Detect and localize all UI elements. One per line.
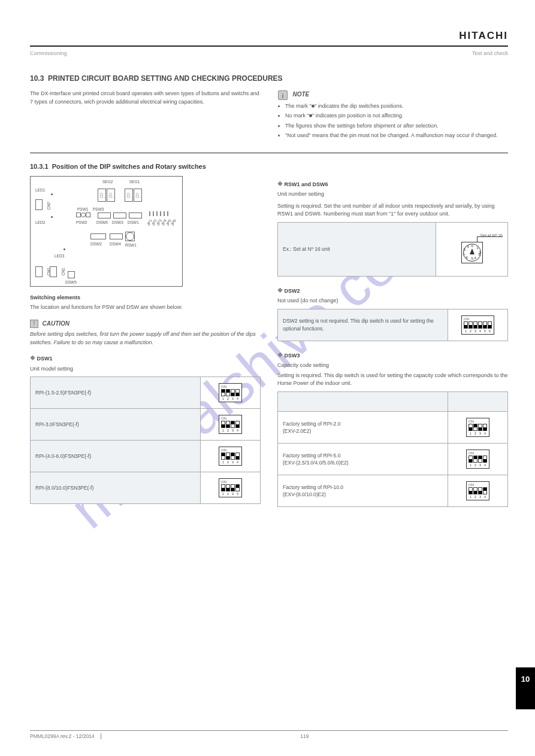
rotary-switch-icon: 0 1 2 3 4 5 6 7 8 9 (461, 242, 483, 263)
dsw2-table: DSW2 setting is not required. This dip s… (277, 309, 508, 341)
pcb-rsw1-label: RSW1 (125, 242, 137, 248)
pcb-seg1-display (125, 189, 142, 202)
pcb-dsw5 (68, 271, 75, 278)
dsw3-row-dip: ON 1 2 3 4 (448, 412, 508, 444)
table-row: Factory setting of RPI-10.0 (EXV-(8.0/10… (278, 475, 508, 507)
table-row: Ex.: Set at Nº 16 unit Set at Nº 16 0 (278, 222, 508, 276)
dsw3-table: Factory setting of RPI-2.0 (EXV-2.0E2) O… (277, 391, 508, 508)
dsw2-block: DSW2 Not used (do not change) DSW2 setti… (277, 287, 508, 341)
dsw3-row-dip: ON 1 2 3 4 (448, 475, 508, 507)
pcb-psw-buttons (76, 212, 90, 220)
diamond-icon (277, 353, 283, 358)
header-left: Commissioning (30, 50, 67, 56)
rsw1-subtitle: Unit number setting (277, 190, 508, 199)
pcb-cn2 (35, 266, 43, 277)
dsw3-text: Setting is required. This dip switch is … (277, 372, 508, 388)
subsection-title: 10.3.1 Position of the DIP switches and … (30, 163, 508, 170)
note-line: No mark "■" indicates pin position is no… (285, 112, 508, 120)
left-column: SEG2 SEG1 LED1 CN7 LED2 PSW1 PSW3 (30, 176, 261, 508)
dsw2-subtitle: Not used (do not change) (277, 297, 508, 305)
brand-logo: HITACHI (30, 30, 508, 42)
section-title: 10.3 PRINTED CIRCUIT BOARD SETTING AND C… (30, 74, 508, 83)
dsw3-header-blank2 (448, 391, 508, 412)
pcb-cn7-label: CN7 (46, 202, 52, 210)
dsw3-header-blank (278, 391, 448, 412)
dsw1-row-label: RPI-(8.0/10.0)FSN3PE(-f) (31, 472, 201, 504)
dsw1-row-dip: ON 1 2 3 4 (201, 441, 261, 472)
pcb-led3-label: LED3 (55, 253, 64, 259)
note-label: NOTE (293, 91, 310, 98)
table-row: RPI-3.0FSN3PE(-f) ON 1 2 3 4 (31, 409, 261, 441)
dsw3-row-label: Factory setting of RPI-10.0 (EXV-(8.0/10… (278, 475, 448, 507)
subsection-heading: Position of the DIP switches and Rotary … (52, 163, 206, 170)
note-line: "Not used" means that the pin must not b… (285, 132, 508, 140)
svg-rect-1 (277, 181, 282, 186)
note-icon: i (278, 90, 288, 100)
diamond-icon (30, 356, 35, 361)
pcb-dsw4-label: DSW4 (110, 241, 121, 247)
pcb-led1-label: LED1 (35, 187, 45, 193)
section-heading: PRINTED CIRCUIT BOARD SETTING AND CHECKI… (48, 74, 283, 83)
dsw1-row-dip: ON 1 2 3 4 (201, 409, 261, 441)
pcb-dsw1 (129, 212, 142, 218)
note-line: The figures show the settings before shi… (285, 122, 508, 130)
table-row: RPI-(1.5-2.5)FSN3PE(-f) ON 1 2 3 4 (31, 377, 261, 409)
pcb-dsw3 (113, 212, 126, 218)
pcb-jumpers (148, 211, 170, 218)
header-rule (30, 45, 508, 47)
table-row: Factory setting of RPI-2.0 (EXV-2.0E2) O… (278, 412, 508, 444)
dsw3-title: DSW3 (277, 352, 508, 360)
diamond-icon (277, 288, 283, 293)
side-chapter-tab: 10 (516, 667, 535, 709)
pcb-led3 (64, 248, 65, 250)
pcb-dsw5-label: DSW5 (65, 280, 77, 286)
pcb-dsw2-label: DSW2 (90, 241, 102, 247)
pcb-cn1-label: CN1 (61, 268, 67, 275)
dsw1-title: DSW1 (30, 355, 261, 363)
subsection-number: 10.3.1 (30, 163, 49, 170)
dsw2-title: DSW2 (277, 287, 508, 296)
footer-left: PMML0299A rev.2 - 12/2014 (30, 733, 101, 739)
intro-right: i NOTE The mark "■" indicates the dip sw… (278, 90, 508, 142)
diamond-icon (277, 181, 283, 187)
pcb-dsw6-label: DSW6 (96, 220, 108, 226)
switching-elements-block: Switching elements The location and func… (30, 294, 261, 312)
dsw3-subtitle: Capacity code setting (277, 362, 508, 370)
header-right: Test and check (472, 50, 508, 56)
page-footer: PMML0299A rev.2 - 12/2014 119 (30, 730, 508, 739)
dsw1-subtitle: Unit model setting (30, 365, 261, 374)
switching-elements-title: Switching elements (30, 294, 261, 302)
section-number: 10.3 (30, 74, 44, 83)
right-column: RSW1 and DSW6 Unit number setting Settin… (277, 176, 508, 508)
header-subline: Commissioning Test and check (30, 50, 508, 56)
section-rule (30, 153, 508, 153)
dsw3-row-label: Factory setting of RPI-2.0 (EXV-2.0E2) (278, 412, 448, 444)
dsw2-row-label: DSW2 setting is not required. This dip s… (278, 309, 448, 341)
pcb-dsw6 (98, 212, 111, 218)
rsw1-table-label: Ex.: Set at Nº 16 unit (278, 222, 436, 276)
pcb-dsw2 (90, 233, 106, 239)
rsw1-table-icon: Set at Nº 16 0 1 2 3 (436, 222, 508, 276)
pcb-led2 (51, 216, 53, 218)
caution-icon: ! (30, 320, 38, 328)
pcb-seg2-display (98, 189, 115, 202)
pcb-rsw1 (126, 232, 134, 241)
switching-elements-text: The location and functions for PSW and D… (30, 303, 261, 312)
table-row: RPI-(4.0-6.0)FSN3PE(-f) ON 1 2 3 4 (31, 441, 261, 472)
note-bullets: The mark "■" indicates the dip switches … (278, 102, 508, 140)
dsw3-row-label: Factory setting of RPI-5.0 (EXV-(2.5/3.0… (278, 444, 448, 475)
intro-row: The DX-Interface unit printed circuit bo… (30, 90, 508, 142)
footer-mid: 119 (300, 733, 309, 739)
pcb-cn1 (50, 266, 57, 277)
svg-rect-3 (277, 353, 282, 357)
pcb-dsw3-label: DSW3 (112, 220, 123, 226)
table-row: DSW2 setting is not required. This dip s… (278, 309, 508, 341)
pcb-dsw4 (110, 233, 123, 239)
dsw1-row-dip: ON 1 2 3 4 (201, 472, 261, 504)
table-row: Factory setting of RPI-5.0 (EXV-(2.5/3.0… (278, 444, 508, 475)
caution-block: ! CAUTION Before setting dips switches, … (30, 319, 261, 347)
intro-left: The DX-Interface unit printed circuit bo… (30, 90, 260, 142)
svg-rect-0 (30, 356, 35, 360)
two-column-layout: SEG2 SEG1 LED1 CN7 LED2 PSW1 PSW3 (30, 176, 508, 508)
note-line: The mark "■" indicates the dip switches … (285, 102, 508, 111)
